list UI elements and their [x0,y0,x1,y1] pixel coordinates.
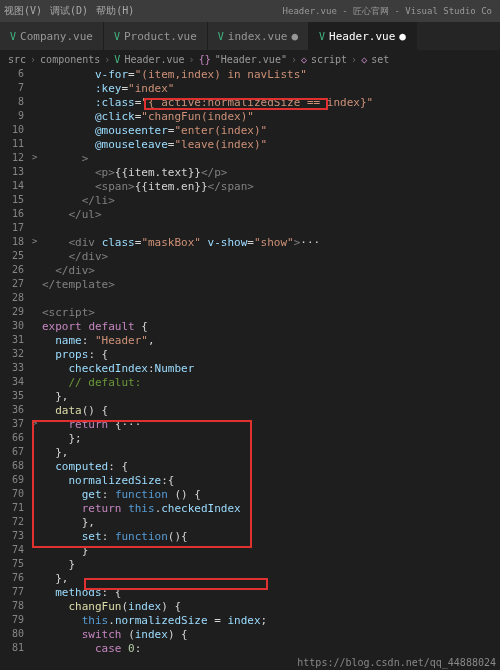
fold-icon[interactable] [32,474,42,488]
fold-icon[interactable] [32,124,42,138]
code-line[interactable]: 31 name: "Header", [0,334,500,348]
code-line[interactable]: 72 }, [0,516,500,530]
code-line[interactable]: 25 </div> [0,250,500,264]
menu-debug[interactable]: 调试(D) [50,4,88,18]
code-content[interactable]: props: { [42,348,108,362]
code-content[interactable]: </li> [42,194,115,208]
code-line[interactable]: 11 @mouseleave="leave(index)" [0,138,500,152]
tab[interactable]: VCompany.vue [0,22,104,50]
code-content[interactable]: switch (index) { [42,628,188,642]
fold-icon[interactable] [32,390,42,404]
fold-icon[interactable] [32,278,42,292]
code-line[interactable]: 34 // defalut: [0,376,500,390]
fold-icon[interactable] [32,320,42,334]
fold-icon[interactable] [32,446,42,460]
code-line[interactable]: 75 } [0,558,500,572]
code-line[interactable]: 69 normalizedSize:{ [0,474,500,488]
fold-icon[interactable] [32,544,42,558]
fold-icon[interactable] [32,348,42,362]
fold-icon[interactable] [32,530,42,544]
fold-icon[interactable] [32,600,42,614]
code-content[interactable]: return {··· [42,418,141,432]
code-content[interactable]: methods: { [42,586,121,600]
code-line[interactable]: 29<script> [0,306,500,320]
fold-icon[interactable] [32,180,42,194]
fold-icon[interactable] [32,208,42,222]
code-content[interactable]: <script> [42,306,95,320]
code-editor[interactable]: 6 v-for="(item,index) in navLists"7 :key… [0,68,500,656]
code-content[interactable]: changFun(index) { [42,600,181,614]
code-content[interactable]: normalizedSize:{ [42,474,174,488]
code-line[interactable]: 80 switch (index) { [0,628,500,642]
fold-icon[interactable] [32,96,42,110]
code-line[interactable]: 13 <p>{{item.text}}</p> [0,166,500,180]
fold-icon[interactable] [32,460,42,474]
code-content[interactable]: </div> [42,264,95,278]
code-content[interactable]: v-for="(item,index) in navLists" [42,68,307,82]
code-content[interactable]: @mouseleave="leave(index)" [42,138,267,152]
breadcrumb[interactable]: src› components› VHeader.vue› {}"Header.… [0,50,500,68]
fold-icon[interactable] [32,334,42,348]
tab[interactable]: VHeader.vue● [309,22,417,50]
code-line[interactable]: 6 v-for="(item,index) in navLists" [0,68,500,82]
fold-icon[interactable] [32,614,42,628]
code-line[interactable]: 32 props: { [0,348,500,362]
code-line[interactable]: 77 methods: { [0,586,500,600]
code-line[interactable]: 35 }, [0,390,500,404]
code-line[interactable]: 30export default { [0,320,500,334]
code-content[interactable]: @mouseenter="enter(index)" [42,124,267,138]
code-line[interactable]: 27</template> [0,278,500,292]
code-content[interactable]: }, [42,516,95,530]
code-line[interactable]: 67 }, [0,446,500,460]
code-line[interactable]: 33 checkedIndex:Number [0,362,500,376]
code-content[interactable]: computed: { [42,460,128,474]
code-line[interactable]: 14 <span>{{item.en}}</span> [0,180,500,194]
fold-icon[interactable] [32,432,42,446]
fold-icon[interactable] [32,404,42,418]
fold-icon[interactable] [32,516,42,530]
code-line[interactable]: 36 data() { [0,404,500,418]
fold-icon[interactable] [32,306,42,320]
code-content[interactable]: name: "Header", [42,334,155,348]
fold-icon[interactable] [32,138,42,152]
fold-icon[interactable] [32,194,42,208]
code-line[interactable]: 7 :key="index" [0,82,500,96]
code-line[interactable]: 78 changFun(index) { [0,600,500,614]
fold-icon[interactable]: > [32,236,42,250]
code-line[interactable]: 16 </ul> [0,208,500,222]
code-content[interactable]: case 0: [42,642,141,656]
code-line[interactable]: 76 }, [0,572,500,586]
code-line[interactable]: 26 </div> [0,264,500,278]
fold-icon[interactable] [32,82,42,96]
menu-help[interactable]: 帮助(H) [96,4,134,18]
code-content[interactable]: }, [42,446,69,460]
fold-icon[interactable] [32,250,42,264]
code-content[interactable]: </ul> [42,208,102,222]
code-content[interactable]: this.normalizedSize = index; [42,614,267,628]
code-line[interactable]: 17 [0,222,500,236]
tab[interactable]: VProduct.vue [104,22,208,50]
fold-icon[interactable] [32,264,42,278]
fold-icon[interactable] [32,558,42,572]
code-line[interactable]: 71 return this.checkedIndex [0,502,500,516]
code-content[interactable]: // defalut: [42,376,141,390]
tab[interactable]: Vindex.vue● [208,22,309,50]
code-line[interactable]: 73 set: function(){ [0,530,500,544]
code-content[interactable]: > [42,152,88,166]
fold-icon[interactable] [32,628,42,642]
code-line[interactable]: 70 get: function () { [0,488,500,502]
code-content[interactable]: <p>{{item.text}}</p> [42,166,227,180]
fold-icon[interactable] [32,642,42,656]
code-content[interactable]: :class="{ active:normalizedSize == index… [42,96,373,110]
code-content[interactable]: }; [42,432,82,446]
code-content[interactable]: <span>{{item.en}}</span> [42,180,254,194]
code-content[interactable]: :key="index" [42,82,174,96]
fold-icon[interactable] [32,166,42,180]
code-content[interactable]: }, [42,390,69,404]
code-line[interactable]: 68 computed: { [0,460,500,474]
code-content[interactable]: export default { [42,320,148,334]
fold-icon[interactable] [32,586,42,600]
fold-icon[interactable]: > [32,152,42,166]
fold-icon[interactable] [32,362,42,376]
code-content[interactable]: return this.checkedIndex [42,502,241,516]
